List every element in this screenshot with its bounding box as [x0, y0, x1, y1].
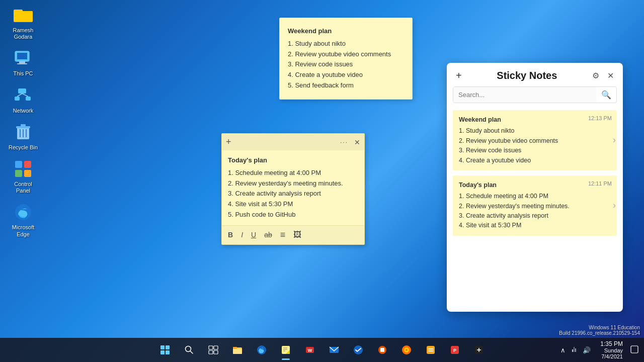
- svg-rect-60: [575, 348, 576, 352]
- svg-rect-31: [209, 350, 213, 354]
- desktop-icon-label-edge: MicrosoftEdge: [12, 224, 35, 237]
- weekend-note-line4: 4. Create a youtube video: [288, 70, 404, 80]
- svg-rect-21: [24, 170, 31, 177]
- taskbar-red-button[interactable]: P: [444, 339, 466, 361]
- panel-note-weekend[interactable]: 12:13 PM Weekend plan 1. Study about nik…: [453, 110, 617, 170]
- search-input[interactable]: [453, 87, 596, 103]
- panel-note-today-time: 12:11 PM: [588, 179, 612, 188]
- weekend-note-title: Weekend plan: [288, 26, 404, 37]
- weekend-note-line1: 1. Study about nikto: [288, 39, 404, 49]
- taskbar-edge-button[interactable]: [251, 339, 273, 361]
- image-button[interactable]: 🖼: [293, 230, 301, 239]
- svg-line-11: [22, 94, 28, 97]
- panel-note-today[interactable]: 12:11 PM Today's plan 1. Schedule meetin…: [453, 175, 617, 236]
- weekend-note-line3: 3. Review code issues: [288, 59, 404, 70]
- taskbar-stickynotes-button[interactable]: [275, 339, 297, 361]
- panel-header-icons: ⚙ ✕: [591, 70, 615, 81]
- list-button[interactable]: ≡: [280, 230, 286, 240]
- svg-rect-18: [15, 161, 22, 168]
- panel-note-today-line4: 4. Site visit at 5:30 PM: [459, 221, 611, 230]
- svg-rect-2: [14, 11, 33, 22]
- svg-rect-14: [21, 124, 26, 126]
- bold-button[interactable]: B: [228, 231, 233, 239]
- taskbar-search-button[interactable]: [178, 339, 200, 361]
- svg-text:W: W: [308, 348, 312, 353]
- svg-rect-25: [160, 350, 165, 354]
- italic-button[interactable]: I: [241, 231, 243, 239]
- panel-add-button[interactable]: +: [455, 69, 463, 82]
- taskbar-mail-button[interactable]: [323, 339, 345, 361]
- taskbar-more-button[interactable]: [371, 339, 393, 361]
- network-icon: [13, 85, 33, 106]
- taskbar-taskview-button[interactable]: [202, 339, 224, 361]
- scroll-indicator-weekend: ›: [613, 133, 616, 147]
- panel-note-weekend-line1: 1. Study about nikto: [459, 126, 611, 136]
- taskbar-black-button[interactable]: [468, 339, 490, 361]
- tray-chevron[interactable]: ∧: [559, 345, 567, 355]
- panel-settings-button[interactable]: ⚙: [591, 70, 600, 81]
- controlpanel-icon: [13, 159, 33, 179]
- today-note-line4: 4. Site visit at 5:30 PM: [228, 199, 358, 210]
- today-note-line2: 2. Review yesterday's meeting minutes.: [228, 178, 358, 189]
- tray-notification[interactable]: [629, 344, 640, 356]
- taskbar-clock[interactable]: 1:35 PM Sunday 7/4/2021: [596, 340, 627, 359]
- taskbar-yellow-button[interactable]: [420, 339, 442, 361]
- svg-point-50: [406, 349, 408, 351]
- strikethrough-button[interactable]: ab: [264, 231, 272, 239]
- notes-list[interactable]: 12:13 PM Weekend plan 1. Study about nik…: [447, 108, 623, 312]
- taskbar-date-sunday: Sunday: [600, 347, 623, 353]
- desktop-icons-area: RameshGodara This PC Network: [5, 5, 41, 238]
- panel-close-button[interactable]: ✕: [606, 70, 615, 81]
- underline-button[interactable]: U: [251, 231, 256, 239]
- svg-line-10: [17, 94, 22, 97]
- desktop-icon-ramesh[interactable]: RameshGodara: [5, 5, 41, 40]
- panel-note-today-line3: 3. Create activity analysis report: [459, 211, 611, 221]
- svg-rect-61: [572, 349, 573, 352]
- sticky-note-weekend[interactable]: Weekend plan 1. Study about nikto 2. Rev…: [279, 18, 413, 100]
- svg-rect-62: [631, 346, 638, 353]
- folder-icon: [13, 5, 33, 25]
- panel-note-today-line1: 1. Schedule meeting at 4:00 PM: [459, 192, 611, 201]
- desktop-icon-network[interactable]: Network: [5, 85, 41, 114]
- today-note-line3: 3. Create activity analysis report: [228, 189, 358, 199]
- desktop-icon-controlpanel[interactable]: ControlPanel: [5, 159, 41, 194]
- taskbar-office-button[interactable]: W: [299, 339, 321, 361]
- desktop-icon-label-network: Network: [13, 108, 33, 114]
- panel-note-today-line2: 2. Review yesterday's meeting minutes.: [459, 202, 611, 211]
- taskbar-explorer-button[interactable]: [226, 339, 249, 361]
- svg-rect-53: [428, 350, 433, 351]
- panel-note-weekend-time: 12:13 PM: [588, 114, 612, 123]
- taskbar-browser2-button[interactable]: [395, 339, 418, 361]
- edge-icon: [13, 202, 33, 222]
- svg-rect-26: [166, 350, 170, 354]
- svg-rect-4: [17, 53, 27, 59]
- note-today-menu-button[interactable]: ···: [340, 138, 348, 146]
- taskbar: W: [0, 338, 644, 362]
- sticky-notes-panel: + Sticky Notes ⚙ ✕ 🔍 12:13 PM Weekend pl…: [447, 63, 623, 312]
- panel-title: Sticky Notes: [497, 70, 557, 81]
- today-note-line1: 1. Schedule meeting at 4:00 PM: [228, 168, 358, 178]
- weekend-note-line2: 2. Review youtube video comments: [288, 49, 404, 60]
- tray-speaker[interactable]: 🔊: [581, 345, 592, 355]
- svg-rect-29: [209, 346, 213, 349]
- svg-rect-5: [19, 61, 25, 63]
- desktop-icon-recyclebin[interactable]: Recycle Bin: [5, 122, 41, 151]
- panel-note-weekend-line2: 2. Review youtube video comments: [459, 136, 611, 146]
- desktop-icon-label-controlpanel: ControlPanel: [14, 181, 32, 194]
- svg-rect-59: [574, 347, 575, 352]
- svg-rect-9: [26, 97, 31, 101]
- search-button[interactable]: 🔍: [596, 87, 616, 103]
- svg-rect-35: [233, 347, 237, 349]
- start-button[interactable]: [154, 339, 176, 361]
- desktop-icon-edge[interactable]: MicrosoftEdge: [5, 202, 41, 237]
- taskbar-todo-button[interactable]: [347, 339, 369, 361]
- note-today-close-button[interactable]: ✕: [354, 138, 360, 146]
- tray-network[interactable]: [569, 345, 579, 355]
- note-today-add-button[interactable]: +: [226, 137, 231, 147]
- svg-rect-47: [380, 348, 384, 352]
- search-bar: 🔍: [453, 86, 617, 103]
- svg-rect-24: [166, 345, 170, 349]
- scroll-indicator-today: ›: [613, 199, 616, 213]
- desktop-icon-thispc[interactable]: This PC: [5, 48, 41, 77]
- note-today-content[interactable]: Today's plan 1. Schedule meeting at 4:00…: [222, 150, 364, 225]
